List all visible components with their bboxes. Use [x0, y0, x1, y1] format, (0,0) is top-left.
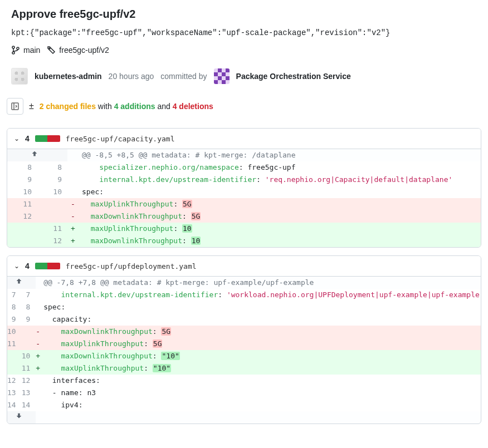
- expand-up-button[interactable]: [7, 149, 67, 161]
- line-number-new: 11: [22, 362, 36, 375]
- hunk-header: @@ -8,5 +8,5 @@ metadata: # kpt-merge: /…: [79, 149, 481, 161]
- line-number-old: 11: [7, 198, 37, 210]
- code-line: - name: n3: [40, 387, 481, 399]
- branch-icon: [11, 45, 20, 55]
- code-line: maxDownlinkThroughput: 5G: [79, 210, 481, 223]
- line-number-new: [22, 338, 36, 350]
- code-line: maxUplinkThroughput: 5G: [79, 198, 481, 210]
- file-path[interactable]: free5gc-upf/upfdeployment.yaml: [66, 262, 197, 270]
- line-number-old: 8: [7, 161, 37, 174]
- code-line: specializer.nephio.org/namespace: free5g…: [79, 161, 481, 174]
- line-number-new: 14: [22, 399, 36, 411]
- diff-sign: +: [36, 350, 40, 362]
- diff-summary: 2 changed files with 4 additions and 4 d…: [40, 102, 213, 111]
- line-number-new: 9: [22, 313, 36, 326]
- diff-sign: -: [67, 198, 79, 210]
- author-name[interactable]: kubernetes-admin: [35, 72, 102, 81]
- line-number-old: 12: [7, 375, 22, 387]
- line-number-new: 10: [22, 350, 36, 362]
- file-card: ⌄4free5gc-upf/capacity.yaml@@ -8,5 +8,5 …: [7, 128, 481, 248]
- diff-sign: -: [36, 338, 40, 350]
- kpt-metadata: kpt:{"package":"free5gc-upf","workspaceN…: [11, 28, 477, 37]
- line-number-new: [37, 210, 67, 223]
- code-line: maxUplinkThroughput: 10: [79, 223, 481, 235]
- expand-down-button[interactable]: [7, 411, 36, 424]
- line-number-old: [7, 235, 37, 247]
- svg-point-1: [12, 52, 14, 54]
- line-number-new: 12: [22, 375, 36, 387]
- svg-point-3: [49, 48, 50, 49]
- diff-sign: [36, 399, 40, 411]
- code-line: maxUplinkThroughput: 5G: [40, 338, 481, 350]
- line-number-old: 7: [7, 289, 22, 301]
- code-line: spec:: [79, 186, 481, 198]
- code-line: maxDownlinkThroughput: 10: [79, 235, 481, 247]
- line-number-old: 9: [7, 174, 37, 186]
- committer-name[interactable]: Package Orchestration Service: [236, 72, 351, 81]
- line-number-new: 8: [22, 301, 36, 313]
- code-line: maxUplinkThroughput: "10": [40, 362, 481, 375]
- line-number-new: 12: [37, 235, 67, 247]
- line-number-new: 11: [37, 223, 67, 235]
- diff-sign: [36, 289, 40, 301]
- change-count: 4: [25, 262, 30, 270]
- page-title: Approve free5gc-upf/v2: [11, 8, 477, 21]
- line-number-new: 10: [37, 186, 67, 198]
- diff-sign: [36, 301, 40, 313]
- plusminus-icon: ±: [29, 101, 34, 111]
- change-count: 4: [25, 134, 30, 143]
- line-number-new: 8: [37, 161, 67, 174]
- code-line: spec:: [40, 301, 481, 313]
- diff-sign: [67, 186, 79, 198]
- tag-icon: [47, 45, 56, 55]
- diff-sign: [67, 161, 79, 174]
- diff-sign: -: [36, 326, 40, 338]
- svg-point-2: [17, 47, 19, 50]
- hunk-header: @@ -7,8 +7,8 @@ metadata: # kpt-merge: u…: [40, 277, 481, 289]
- tag-name[interactable]: free5gc-upf/v2: [59, 46, 109, 55]
- code-line: capacity:: [40, 313, 481, 326]
- diff-sign: +: [67, 235, 79, 247]
- line-number-old: 9: [7, 313, 22, 326]
- commit-meta: kubernetes-admin 20 hours ago committed …: [0, 60, 488, 92]
- file-card: ⌄4free5gc-upf/upfdeployment.yaml@@ -7,8 …: [7, 255, 481, 424]
- code-line: internal.kpt.dev/upstream-identifier: 'w…: [40, 289, 481, 301]
- diff-sign: [36, 375, 40, 387]
- code-line: interfaces:: [40, 375, 481, 387]
- code-line: maxDownlinkThroughput: 5G: [40, 326, 481, 338]
- line-number-old: [7, 362, 22, 375]
- expand-up-button[interactable]: [7, 277, 36, 289]
- code-line: maxDownlinkThroughput: "10": [40, 350, 481, 362]
- diff-sign: [36, 387, 40, 399]
- committed-by-label: committed by: [160, 72, 207, 81]
- commit-time: 20 hours ago: [109, 72, 154, 81]
- avatar: [11, 68, 28, 85]
- line-number-old: 10: [7, 186, 37, 198]
- file-path[interactable]: free5gc-upf/capacity.yaml: [66, 135, 175, 143]
- committer-avatar: [214, 68, 230, 84]
- collapse-icon[interactable]: ⌄: [14, 135, 19, 142]
- line-number-old: 13: [7, 387, 22, 399]
- line-number-old: 14: [7, 399, 22, 411]
- diff-stat-bar: [35, 135, 60, 142]
- line-number-new: 13: [22, 387, 36, 399]
- line-number-old: [7, 223, 37, 235]
- collapse-icon[interactable]: ⌄: [14, 262, 19, 270]
- code-line: internal.kpt.dev/upstream-identifier: 'r…: [79, 174, 481, 186]
- line-number-new: [22, 326, 36, 338]
- diff-sign: +: [36, 362, 40, 375]
- diff-sign: [36, 313, 40, 326]
- toggle-sidebar-button[interactable]: [7, 98, 23, 115]
- line-number-new: 9: [37, 174, 67, 186]
- svg-rect-4: [12, 103, 18, 110]
- code-line: ipv4:: [40, 399, 481, 411]
- line-number-old: 11: [7, 338, 22, 350]
- line-number-old: [7, 350, 22, 362]
- branch-name[interactable]: main: [23, 46, 40, 55]
- diff-sign: -: [67, 210, 79, 223]
- diff-stat-bar: [35, 263, 60, 269]
- svg-point-0: [12, 46, 14, 48]
- changed-files-count[interactable]: 2 changed files: [40, 102, 96, 111]
- line-number-new: [37, 198, 67, 210]
- line-number-old: 10: [7, 326, 22, 338]
